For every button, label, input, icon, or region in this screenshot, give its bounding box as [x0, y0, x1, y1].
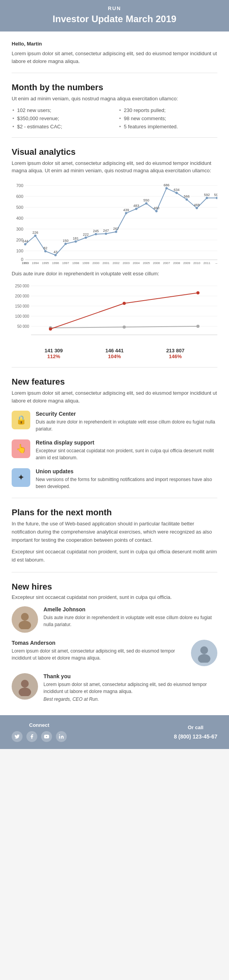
svg-text:247: 247 — [103, 229, 109, 233]
svg-point-95 — [19, 621, 31, 629]
svg-text:2000: 2000 — [92, 261, 99, 265]
feature-retina-desc: Excepteur sint occaecat cupidatat non pr… — [36, 447, 217, 461]
svg-text:566: 566 — [184, 194, 189, 198]
bar-label-2: 146 441 104% — [105, 348, 123, 359]
header: RUN Investor Update March 2019 — [0, 0, 229, 32]
svg-text:222: 222 — [83, 233, 88, 236]
divider-3 — [12, 367, 217, 368]
svg-text:591: 591 — [214, 193, 217, 197]
svg-text:1995: 1995 — [42, 261, 49, 265]
thankyou-title: Thank you — [43, 673, 217, 679]
hires-section-title: New hires — [12, 582, 217, 592]
list-item: 98 new comments; — [118, 116, 217, 121]
bullet-grid: 102 new users; 230 reports pulled; $350,… — [12, 107, 217, 130]
bar-chart-labels: 141 309 112% 146 441 104% 213 807 146% — [12, 348, 217, 359]
chart2-caption: Duis aute irure dolor in reprehenderit i… — [12, 270, 217, 278]
svg-point-29 — [155, 210, 158, 212]
svg-point-92 — [123, 302, 126, 305]
svg-point-24 — [105, 233, 107, 235]
avatar-ceo — [12, 673, 38, 700]
retina-icon: 👆 — [12, 439, 30, 458]
intro-text: Lorem ipsum dolor sit amet, consectetur … — [12, 50, 217, 65]
feature-union: ✦ Union updates New versions of the form… — [12, 468, 217, 490]
svg-text:2006: 2006 — [153, 261, 160, 265]
svg-text:250 000: 250 000 — [15, 284, 29, 288]
svg-text:700: 700 — [16, 183, 23, 188]
twitter-icon[interactable] — [12, 731, 23, 742]
svg-text:82: 82 — [43, 246, 47, 250]
linkedin-icon[interactable] — [56, 731, 67, 742]
svg-point-101 — [59, 734, 60, 735]
thankyou-text: Lorem ipsum dolor sit amet, consectetur … — [43, 681, 217, 695]
svg-point-26 — [125, 212, 127, 214]
svg-text:2007: 2007 — [163, 261, 170, 265]
avatar-amelle — [12, 606, 38, 633]
svg-text:2008: 2008 — [173, 261, 180, 265]
svg-text:500: 500 — [16, 205, 23, 210]
svg-point-31 — [175, 192, 178, 194]
svg-text:144: 144 — [22, 239, 28, 243]
footer: Connect — [0, 715, 229, 749]
call-label: Or call — [188, 724, 203, 730]
plans-text-1: In the future, the use of Web-based appl… — [12, 520, 217, 544]
svg-text:2002: 2002 — [113, 261, 120, 265]
svg-point-17 — [34, 234, 36, 237]
svg-text:—: — — [215, 261, 217, 265]
svg-point-18 — [44, 250, 47, 252]
svg-text:226: 226 — [32, 231, 38, 234]
phone-number: 8 (800) 123-45-67 — [174, 733, 217, 740]
svg-text:1994: 1994 — [32, 261, 39, 265]
svg-text:181: 181 — [73, 236, 78, 240]
hire-amelle-desc: Duis aute irure dolor in reprehenderit i… — [43, 614, 217, 628]
svg-text:200 000: 200 000 — [15, 294, 29, 298]
svg-text:1999: 1999 — [82, 261, 89, 265]
analytics-section-title: Visual analytics — [12, 147, 217, 157]
svg-text:1996: 1996 — [52, 261, 59, 265]
security-icon: 🔒 — [12, 411, 30, 429]
footer-connect: Connect — [12, 722, 67, 742]
svg-point-91 — [49, 327, 52, 331]
svg-text:300: 300 — [16, 227, 23, 231]
svg-point-33 — [196, 207, 198, 209]
svg-point-99 — [19, 688, 31, 696]
svg-point-98 — [21, 680, 29, 688]
thankyou-section: Thank you Lorem ipsum dolor sit amet, co… — [12, 673, 217, 702]
svg-text:600: 600 — [16, 194, 23, 199]
svg-text:100: 100 — [16, 248, 23, 253]
bar-label-1: 141 309 112% — [45, 348, 63, 359]
svg-point-20 — [64, 243, 67, 245]
plans-section-title: Plans for the next month — [12, 508, 217, 518]
svg-point-27 — [135, 208, 137, 210]
thankyou-signature: Best regards, CEO at Run. — [43, 696, 217, 702]
svg-text:150: 150 — [62, 239, 68, 243]
numbers-section-title: Month by the numbers — [12, 82, 217, 93]
numbers-subtitle: Ut enim ad minim veniam, quis nostrud ma… — [12, 95, 217, 103]
svg-point-96 — [200, 646, 208, 654]
svg-point-90 — [196, 325, 200, 328]
feature-union-desc: New versions of the forms for submitting… — [36, 476, 217, 490]
svg-text:2010: 2010 — [193, 261, 200, 265]
divider-2 — [12, 137, 217, 138]
svg-text:2004: 2004 — [133, 261, 140, 265]
feature-security-desc: Duis aute irure dolor in reprehenderit i… — [36, 418, 217, 432]
feature-security-content: Security Center Duis aute irure dolor in… — [36, 411, 217, 432]
hire-tomas: Tomas Anderson Lorem ipsum dolor sit ame… — [12, 640, 217, 666]
svg-text:483: 483 — [133, 204, 139, 208]
svg-text:1997: 1997 — [62, 261, 69, 265]
list-item: 5 features implemented. — [118, 124, 217, 130]
svg-text:50 000: 50 000 — [17, 324, 29, 329]
svg-text:1993: 1993 — [22, 261, 29, 265]
svg-text:1998: 1998 — [72, 261, 79, 265]
hire-tomas-name: Tomas Anderson — [12, 640, 186, 646]
svg-point-93 — [196, 291, 200, 294]
svg-text:592: 592 — [204, 193, 210, 197]
svg-text:2003: 2003 — [123, 261, 130, 265]
list-item: $350,000 revenue; — [12, 116, 111, 121]
facebook-icon[interactable] — [26, 731, 37, 742]
social-icons — [12, 731, 67, 742]
features-subtitle: Lorem ipsum dolor sit amet, consectetur … — [12, 389, 217, 404]
avatar-tomas — [191, 640, 217, 666]
hires-subtitle: Excepteur sint occaecat cupidatat non pr… — [12, 594, 217, 600]
youtube-icon[interactable] — [41, 731, 52, 742]
footer-call: Or call 8 (800) 123-45-67 — [174, 724, 217, 740]
